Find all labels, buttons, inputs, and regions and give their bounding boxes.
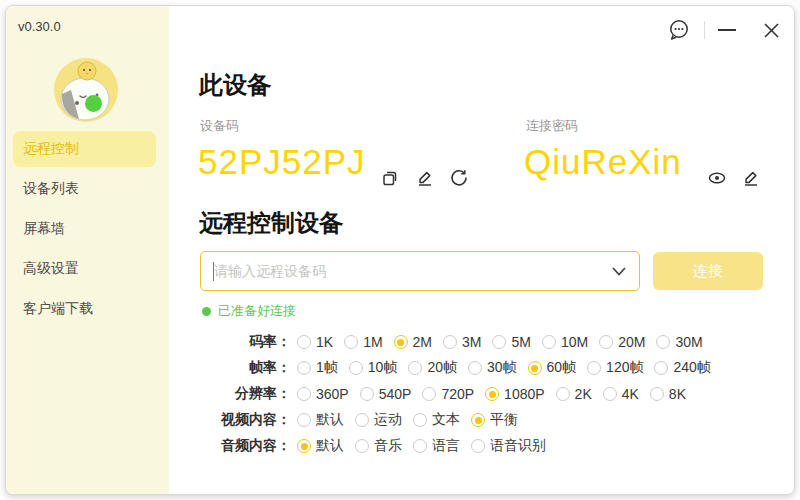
radio-icon[interactable] xyxy=(297,387,311,401)
sidebar-item-0[interactable]: 远程控制 xyxy=(13,131,156,167)
copy-icon[interactable] xyxy=(380,168,400,188)
radio-icon[interactable] xyxy=(556,387,570,401)
radio-icon[interactable] xyxy=(394,335,408,349)
settings-row-label: 帧率： xyxy=(169,359,291,377)
remote-device-code-input[interactable] xyxy=(214,252,604,290)
radio-option[interactable]: 540P xyxy=(360,386,412,402)
settings-row: 帧率：1帧10帧20帧30帧60帧120帧240帧 xyxy=(169,355,794,381)
radio-option[interactable]: 10帧 xyxy=(349,359,398,377)
radio-group: 1K1M2M3M5M10M20M30M xyxy=(297,334,714,350)
titlebar-controls xyxy=(667,18,780,42)
settings-row: 码率：1K1M2M3M5M10M20M30M xyxy=(169,329,794,355)
connect-button[interactable]: 连接 xyxy=(653,252,763,290)
radio-icon[interactable] xyxy=(297,335,311,349)
sidebar-item-1[interactable]: 设备列表 xyxy=(13,171,156,207)
radio-icon[interactable] xyxy=(471,439,485,453)
sidebar-item-4[interactable]: 客户端下载 xyxy=(13,291,156,327)
radio-option[interactable]: 240帧 xyxy=(654,359,710,377)
password-label: 连接密码 xyxy=(526,117,578,135)
radio-option-label: 540P xyxy=(379,386,412,402)
radio-option[interactable]: 3M xyxy=(443,334,481,350)
radio-option[interactable]: 30帧 xyxy=(468,359,517,377)
radio-option[interactable]: 平衡 xyxy=(471,411,518,429)
radio-icon[interactable] xyxy=(650,387,664,401)
radio-icon[interactable] xyxy=(349,361,363,375)
radio-option-label: 文本 xyxy=(432,411,460,429)
radio-option[interactable]: 运动 xyxy=(355,411,402,429)
radio-option[interactable]: 1K xyxy=(297,334,333,350)
chevron-down-icon[interactable] xyxy=(612,267,626,276)
radio-option[interactable]: 120帧 xyxy=(587,359,643,377)
radio-icon[interactable] xyxy=(471,413,485,427)
radio-option[interactable]: 音乐 xyxy=(355,437,402,455)
sidebar-item-label: 屏幕墙 xyxy=(23,220,65,238)
settings-row-label: 分辨率： xyxy=(169,385,291,403)
radio-icon[interactable] xyxy=(587,361,601,375)
sidebar-item-3[interactable]: 高级设置 xyxy=(13,251,156,287)
radio-option[interactable]: 语言 xyxy=(413,437,460,455)
radio-option[interactable]: 30M xyxy=(656,334,702,350)
radio-icon[interactable] xyxy=(485,387,499,401)
radio-icon[interactable] xyxy=(355,413,369,427)
radio-icon[interactable] xyxy=(542,335,556,349)
radio-icon[interactable] xyxy=(656,335,670,349)
radio-option[interactable]: 60帧 xyxy=(528,359,577,377)
radio-option[interactable]: 360P xyxy=(297,386,349,402)
radio-option[interactable]: 1080P xyxy=(485,386,544,402)
radio-icon[interactable] xyxy=(468,361,482,375)
radio-icon[interactable] xyxy=(355,439,369,453)
sidebar-menu: 远程控制设备列表屏幕墙高级设置客户端下载 xyxy=(6,131,169,331)
settings-row-label: 码率： xyxy=(169,333,291,351)
edit-device-code-icon[interactable] xyxy=(415,168,435,188)
radio-option-label: 4K xyxy=(622,386,639,402)
radio-icon[interactable] xyxy=(360,387,374,401)
app-window: v0.30.0 远程控制设备列表屏幕墙高级设置客户端下载 xyxy=(5,5,795,495)
radio-icon[interactable] xyxy=(297,413,311,427)
radio-icon[interactable] xyxy=(654,361,668,375)
sidebar-item-2[interactable]: 屏幕墙 xyxy=(13,211,156,247)
radio-option[interactable]: 1M xyxy=(344,334,382,350)
radio-option-label: 20帧 xyxy=(427,359,457,377)
edit-password-icon[interactable] xyxy=(741,168,761,188)
radio-option[interactable]: 20M xyxy=(599,334,645,350)
radio-icon[interactable] xyxy=(492,335,506,349)
radio-option[interactable]: 文本 xyxy=(413,411,460,429)
radio-icon[interactable] xyxy=(408,361,422,375)
radio-option[interactable]: 5M xyxy=(492,334,530,350)
radio-icon[interactable] xyxy=(443,335,457,349)
radio-option[interactable]: 2M xyxy=(394,334,432,350)
radio-option[interactable]: 1帧 xyxy=(297,359,338,377)
radio-option[interactable]: 4K xyxy=(603,386,639,402)
radio-option[interactable]: 默认 xyxy=(297,437,344,455)
chat-bubble-icon[interactable] xyxy=(667,18,691,42)
radio-option-label: 1080P xyxy=(504,386,544,402)
refresh-icon[interactable] xyxy=(449,167,469,187)
radio-option[interactable]: 20帧 xyxy=(408,359,457,377)
settings-rows: 码率：1K1M2M3M5M10M20M30M帧率：1帧10帧20帧30帧60帧1… xyxy=(169,329,794,459)
app-version: v0.30.0 xyxy=(18,19,61,34)
remote-device-code-field[interactable] xyxy=(200,251,640,291)
radio-option[interactable]: 语音识别 xyxy=(471,437,546,455)
close-button[interactable] xyxy=(763,22,780,39)
radio-option[interactable]: 720P xyxy=(422,386,474,402)
radio-icon[interactable] xyxy=(413,439,427,453)
radio-option[interactable]: 10M xyxy=(542,334,588,350)
radio-icon[interactable] xyxy=(599,335,613,349)
radio-option-label: 120帧 xyxy=(606,359,643,377)
show-password-eye-icon[interactable] xyxy=(707,168,727,188)
sidebar-item-label: 高级设置 xyxy=(23,260,79,278)
radio-icon[interactable] xyxy=(528,361,542,375)
radio-icon[interactable] xyxy=(603,387,617,401)
radio-option[interactable]: 2K xyxy=(556,386,592,402)
radio-option-label: 音乐 xyxy=(374,437,402,455)
radio-icon[interactable] xyxy=(344,335,358,349)
radio-icon[interactable] xyxy=(413,413,427,427)
radio-icon[interactable] xyxy=(297,439,311,453)
avatar-image xyxy=(54,58,118,122)
status-green-dot xyxy=(202,307,211,316)
radio-icon[interactable] xyxy=(297,361,311,375)
radio-option[interactable]: 默认 xyxy=(297,411,344,429)
radio-option[interactable]: 8K xyxy=(650,386,686,402)
radio-icon[interactable] xyxy=(422,387,436,401)
minimize-button[interactable] xyxy=(718,29,736,31)
